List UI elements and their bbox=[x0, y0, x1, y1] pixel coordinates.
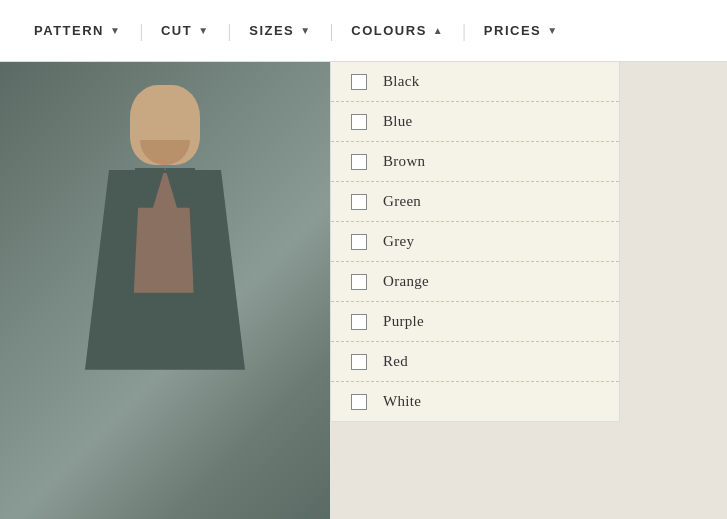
checkbox-orange[interactable] bbox=[351, 274, 367, 290]
prices-chevron-icon: ▼ bbox=[547, 25, 558, 36]
product-image-area bbox=[0, 62, 330, 519]
colours-dropdown: Black Blue Brown Green Grey Orange Purpl… bbox=[330, 62, 620, 422]
suit-image bbox=[0, 62, 330, 519]
color-option-black[interactable]: Black bbox=[331, 62, 619, 102]
color-option-orange[interactable]: Orange bbox=[331, 262, 619, 302]
main-content: Black Blue Brown Green Grey Orange Purpl… bbox=[0, 62, 727, 519]
filter-cut[interactable]: CUT ▼ bbox=[143, 0, 228, 61]
color-option-blue[interactable]: Blue bbox=[331, 102, 619, 142]
filter-colours[interactable]: COLOURS ▲ bbox=[333, 0, 462, 61]
color-label-orange: Orange bbox=[383, 273, 429, 290]
color-label-brown: Brown bbox=[383, 153, 425, 170]
checkbox-grey[interactable] bbox=[351, 234, 367, 250]
filter-prices[interactable]: PRICES ▼ bbox=[466, 0, 577, 61]
pattern-chevron-icon: ▼ bbox=[110, 25, 121, 36]
filter-pattern[interactable]: PATTERN ▼ bbox=[16, 0, 139, 61]
checkbox-white[interactable] bbox=[351, 394, 367, 410]
checkbox-purple[interactable] bbox=[351, 314, 367, 330]
color-label-green: Green bbox=[383, 193, 421, 210]
color-label-white: White bbox=[383, 393, 421, 410]
cut-chevron-icon: ▼ bbox=[198, 25, 209, 36]
color-option-white[interactable]: White bbox=[331, 382, 619, 421]
color-label-black: Black bbox=[383, 73, 420, 90]
color-option-purple[interactable]: Purple bbox=[331, 302, 619, 342]
filter-colours-label: COLOURS bbox=[351, 23, 427, 38]
checkbox-blue[interactable] bbox=[351, 114, 367, 130]
checkbox-black[interactable] bbox=[351, 74, 367, 90]
filter-sizes[interactable]: SIZES ▼ bbox=[231, 0, 329, 61]
colours-chevron-icon: ▲ bbox=[433, 25, 444, 36]
color-label-blue: Blue bbox=[383, 113, 413, 130]
filter-cut-label: CUT bbox=[161, 23, 192, 38]
checkbox-red[interactable] bbox=[351, 354, 367, 370]
color-option-green[interactable]: Green bbox=[331, 182, 619, 222]
color-label-purple: Purple bbox=[383, 313, 424, 330]
filter-sizes-label: SIZES bbox=[249, 23, 294, 38]
filter-prices-label: PRICES bbox=[484, 23, 541, 38]
checkbox-brown[interactable] bbox=[351, 154, 367, 170]
color-label-grey: Grey bbox=[383, 233, 414, 250]
color-option-red[interactable]: Red bbox=[331, 342, 619, 382]
sizes-chevron-icon: ▼ bbox=[300, 25, 311, 36]
filter-bar: PATTERN ▼ | CUT ▼ | SIZES ▼ | COLOURS ▲ … bbox=[0, 0, 727, 62]
color-option-grey[interactable]: Grey bbox=[331, 222, 619, 262]
checkbox-green[interactable] bbox=[351, 194, 367, 210]
color-option-brown[interactable]: Brown bbox=[331, 142, 619, 182]
filter-pattern-label: PATTERN bbox=[34, 23, 104, 38]
color-label-red: Red bbox=[383, 353, 408, 370]
